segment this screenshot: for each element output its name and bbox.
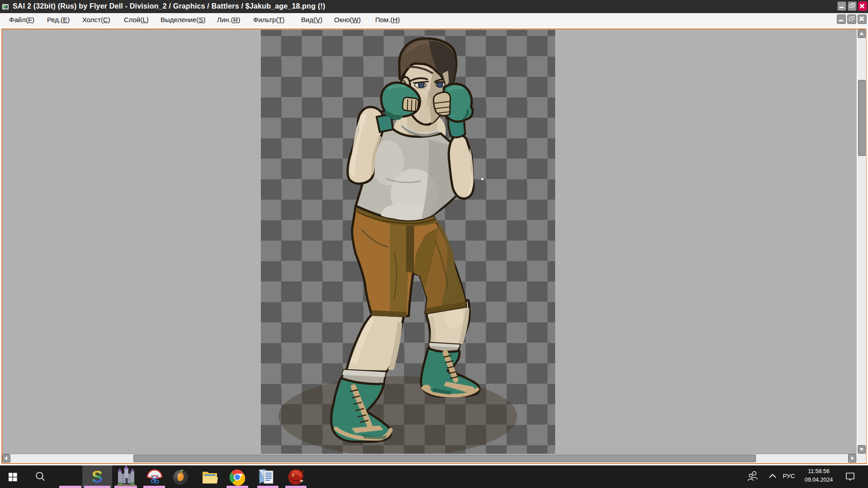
svg-text:S: S bbox=[92, 468, 103, 486]
